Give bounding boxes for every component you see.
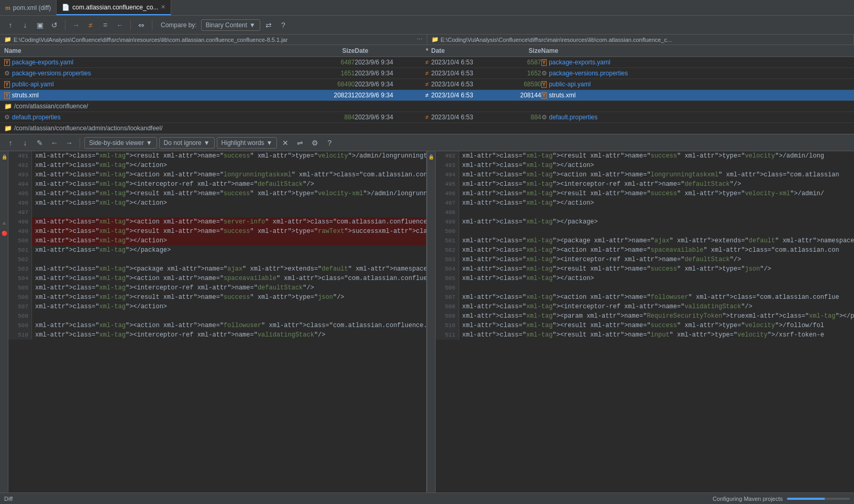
right-date: 2023/10/4 6:53 <box>431 114 500 121</box>
line-text: xml-attr">class="xml-tag"><interceptor-r… <box>459 255 855 264</box>
diff-marker: ≠ <box>423 81 431 88</box>
file-list-row-5[interactable]: ⚙default.properties 884 2023/9/6 9:34 ≠ … <box>0 112 854 123</box>
left-date: 2023/9/6 9:34 <box>355 81 423 88</box>
left-size: 68490 <box>313 81 355 88</box>
folder-left-icon: 📁 <box>4 36 12 43</box>
line-number: 491 <box>8 151 32 161</box>
line-text: xml-attr">class="xml-tag"><action xml-at… <box>32 217 427 227</box>
file-list-row-0[interactable]: Ypackage-exports.yaml 6487 2023/9/6 9:34… <box>0 57 854 68</box>
line-number: 501 <box>8 245 32 255</box>
status-right: Configuring Maven projects <box>713 496 850 502</box>
file-list-row-4[interactable]: 📁 /com/atlassian/confluence/ <box>0 101 854 112</box>
file-list-row-2[interactable]: Ypublic-api.yaml 68490 2023/9/6 9:34 ≠ 2… <box>0 79 854 90</box>
folder-icon: 📁 <box>4 125 12 132</box>
diff-line-9: 501 xml-attr">class="xml-tag"><package x… <box>436 236 855 245</box>
diff-line-7: 498 xml-attr">class="xml-tag"><action xm… <box>8 217 426 227</box>
close-diff-button[interactable]: ✕ <box>279 137 292 149</box>
scroll-up-button[interactable]: ↑ <box>4 19 17 31</box>
right-filename: ⚙package-versions.properties <box>541 70 850 77</box>
tab-confluence[interactable]: 📄 com.atlassian.confluence_co... ✕ <box>57 0 171 15</box>
diff-line-1: 493 xml-attr">class="xml-tag"></action> <box>436 161 855 170</box>
right-diff-pane[interactable]: 492 xml-attr">class="xml-tag"><result xm… <box>436 151 855 504</box>
line-text: xml-attr">class="xml-tag"><result xml-at… <box>32 151 427 161</box>
diff-sep1 <box>80 138 80 148</box>
merge-button[interactable]: ⇔ <box>135 19 148 31</box>
file-paths: 📁 E:\Coding\VulAnalysis\Confluence\diff\… <box>0 35 854 45</box>
left-size: 884 <box>313 114 355 121</box>
diff-line-4: 496 xml-attr">class="xml-tag"><result xm… <box>436 189 855 198</box>
diff-highlight-pen-button[interactable]: ✎ <box>34 137 46 149</box>
diff-line-11: 503 xml-attr">class="xml-tag"><intercept… <box>436 255 855 264</box>
right-size: 208144 <box>500 92 541 99</box>
line-text: xml-attr">class="xml-tag"></package> <box>459 217 855 227</box>
yaml-icon: Y <box>541 59 547 66</box>
tab-pom-xml[interactable]: m pom.xml (diff) <box>0 0 57 15</box>
line-number: 510 <box>8 330 32 340</box>
diff-line-7: 499 xml-attr">class="xml-tag"></package> <box>436 217 855 227</box>
diff-line-16: 508 xml-attr">class="xml-tag"><intercept… <box>436 302 855 311</box>
col-date-right: Date <box>431 47 500 54</box>
tab-pom-label: pom.xml (diff) <box>13 4 51 12</box>
back-button[interactable]: ← <box>114 19 126 31</box>
line-number: 496 <box>436 189 459 198</box>
left-size: 6487 <box>313 59 355 66</box>
right-size: 68590 <box>500 81 541 88</box>
left-diff-pane[interactable]: 491 xml-attr">class="xml-tag"><result xm… <box>8 151 427 504</box>
file-list: Ypackage-exports.yaml 6487 2023/9/6 9:34… <box>0 57 854 135</box>
left-path-settings-icon[interactable]: ⋯ <box>417 36 423 43</box>
diff-toolbar: ↑ ↓ ✎ ← → Side-by-side viewer ▼ Do not i… <box>0 135 854 151</box>
line-text: xml-attr">class="xml-tag"><interceptor-r… <box>459 302 855 311</box>
line-text: xml-attr">class="xml-tag"><result xml-at… <box>459 151 855 161</box>
diff-line-6: 498 <box>436 208 855 217</box>
diff-forward-button[interactable]: → <box>63 137 75 149</box>
line-text: xml-attr">class="xml-tag"><result xml-at… <box>459 264 855 274</box>
scroll-down-button[interactable]: ↓ <box>19 19 31 31</box>
line-text <box>459 227 855 236</box>
file-list-row-3[interactable]: Ystruts.xml 208231 2023/9/6 9:34 ≠ 2023/… <box>0 90 854 101</box>
highlight-button[interactable]: ▣ <box>34 19 46 31</box>
line-number: 504 <box>436 264 459 274</box>
dir-name: /com/atlassian/confluence/ <box>14 103 88 110</box>
left-size: 1651 <box>313 70 355 77</box>
yaml-icon: Y <box>4 81 10 88</box>
diff-settings-button[interactable]: ⚙ <box>308 137 321 149</box>
diff-line-6: 497 <box>8 208 426 217</box>
diff-line-14: 505 xml-attr">class="xml-tag"><intercept… <box>8 283 426 293</box>
help-button[interactable]: ? <box>277 19 290 31</box>
file-list-row-6[interactable]: 📁 /com/atlassian/confluence/admin/action… <box>0 123 854 134</box>
left-diff-section: 🔒 ⚠ 🔴 491 xml-attr">class="xml-tag"><res… <box>0 151 427 504</box>
diff-help-button[interactable]: ? <box>323 137 336 149</box>
line-number: 494 <box>436 170 459 180</box>
status-bar: Diff Configuring Maven projects <box>0 492 854 504</box>
viewer-mode-value: Side-by-side viewer <box>89 139 144 147</box>
sync-scroll-button[interactable]: ⇌ <box>294 137 306 149</box>
left-filename: ⚙package-versions.properties <box>4 70 313 77</box>
diff-line-19: 511 xml-attr">class="xml-tag"><result xm… <box>436 330 855 340</box>
diff-back-button[interactable]: ← <box>48 137 61 149</box>
diff-line-12: 504 xml-attr">class="xml-tag"><result xm… <box>436 264 855 274</box>
line-text: xml-attr">class="xml-tag"><interceptor-r… <box>459 180 855 189</box>
line-number: 495 <box>8 189 32 198</box>
diff-up-button[interactable]: ↑ <box>4 137 17 149</box>
tab-close-icon[interactable]: ✕ <box>161 4 165 10</box>
ignore-mode-value: Do not ignore <box>164 139 202 147</box>
highlight-words-dropdown[interactable]: Highlight words ▼ <box>217 137 278 149</box>
ignore-mode-dropdown[interactable]: Do not ignore ▼ <box>159 137 215 149</box>
diff-line-12: 503 xml-attr">class="xml-tag"><package x… <box>8 264 426 274</box>
line-text: xml-attr">class="xml-tag"></package> <box>32 245 426 255</box>
diff-down-button[interactable]: ↓ <box>19 137 31 149</box>
swap-button[interactable]: ⇄ <box>262 19 275 31</box>
highlight-words-value: Highlight words <box>221 139 264 147</box>
line-number: 509 <box>8 321 32 330</box>
refresh-button[interactable]: ↺ <box>48 19 61 31</box>
diff-icon-button[interactable]: ≠ <box>84 19 97 31</box>
viewer-mode-dropdown[interactable]: Side-by-side viewer ▼ <box>84 137 157 149</box>
line-number: 502 <box>436 245 459 255</box>
line-text: xml-attr">class="xml-tag"><interceptor-r… <box>32 330 426 340</box>
file-list-row-1[interactable]: ⚙package-versions.properties 1651 2023/9… <box>0 68 854 79</box>
diff-line-4: 495 xml-attr">class="xml-tag"><result xm… <box>8 189 426 198</box>
status-left-text: Diff <box>4 496 13 502</box>
next-diff-button[interactable]: → <box>70 19 82 31</box>
compare-mode-dropdown[interactable]: Binary Content ▼ <box>201 19 260 31</box>
equals-button[interactable]: = <box>99 19 112 31</box>
